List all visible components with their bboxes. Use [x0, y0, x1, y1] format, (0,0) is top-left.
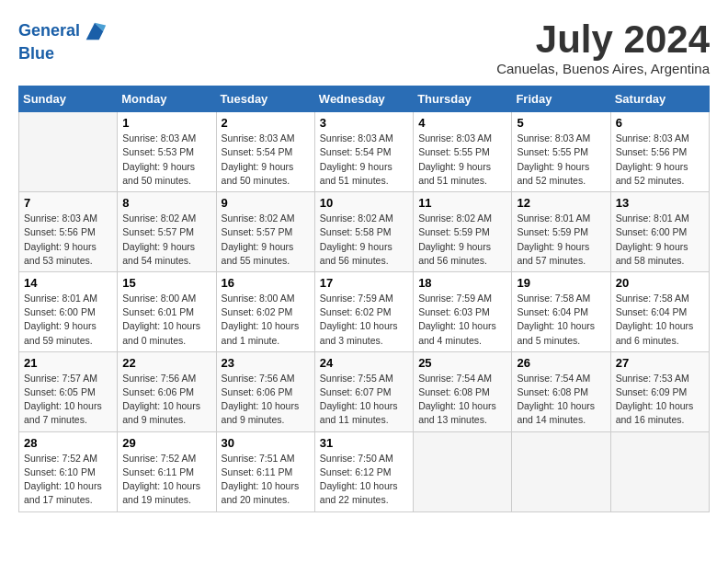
day-info: Sunrise: 7:58 AMSunset: 6:04 PMDaylight:… [517, 292, 605, 348]
week-row-1: 1Sunrise: 8:03 AMSunset: 5:53 PMDaylight… [19, 112, 710, 192]
day-number: 4 [418, 116, 506, 130]
day-info: Sunrise: 8:03 AMSunset: 5:56 PMDaylight:… [24, 212, 112, 268]
calendar-cell [19, 112, 118, 192]
calendar-cell: 21Sunrise: 7:57 AMSunset: 6:05 PMDayligh… [19, 351, 118, 431]
day-number: 15 [122, 276, 210, 290]
calendar-cell: 10Sunrise: 8:02 AMSunset: 5:58 PMDayligh… [314, 192, 413, 272]
day-info: Sunrise: 7:56 AMSunset: 6:06 PMDaylight:… [122, 372, 210, 428]
weekday-wednesday: Wednesday [314, 86, 413, 112]
calendar-cell: 11Sunrise: 8:02 AMSunset: 5:59 PMDayligh… [414, 192, 512, 272]
week-row-2: 7Sunrise: 8:03 AMSunset: 5:56 PMDaylight… [19, 192, 710, 272]
day-number: 27 [616, 356, 704, 370]
day-number: 18 [418, 276, 506, 290]
day-info: Sunrise: 7:52 AMSunset: 6:10 PMDaylight:… [24, 452, 112, 508]
week-row-5: 28Sunrise: 7:52 AMSunset: 6:10 PMDayligh… [19, 431, 710, 511]
weekday-saturday: Saturday [610, 86, 709, 112]
calendar-cell: 30Sunrise: 7:51 AMSunset: 6:11 PMDayligh… [216, 431, 314, 511]
page-header: General Blue July 2024 Canuelas, Buenos … [18, 18, 710, 76]
weekday-monday: Monday [118, 86, 216, 112]
day-number: 30 [222, 436, 310, 450]
day-info: Sunrise: 8:00 AMSunset: 6:02 PMDaylight:… [222, 292, 310, 348]
weekday-header-row: SundayMondayTuesdayWednesdayThursdayFrid… [19, 86, 710, 112]
day-info: Sunrise: 8:03 AMSunset: 5:54 PMDaylight:… [222, 132, 310, 188]
calendar-cell: 2Sunrise: 8:03 AMSunset: 5:54 PMDaylight… [216, 112, 314, 192]
day-info: Sunrise: 7:52 AMSunset: 6:11 PMDaylight:… [122, 452, 210, 508]
calendar-cell: 20Sunrise: 7:58 AMSunset: 6:04 PMDayligh… [610, 271, 709, 351]
day-number: 8 [122, 196, 210, 210]
day-number: 9 [222, 196, 310, 210]
calendar-cell: 23Sunrise: 7:56 AMSunset: 6:06 PMDayligh… [216, 351, 314, 431]
day-number: 20 [616, 276, 704, 290]
calendar-cell: 25Sunrise: 7:54 AMSunset: 6:08 PMDayligh… [414, 351, 512, 431]
day-info: Sunrise: 8:02 AMSunset: 5:59 PMDaylight:… [418, 212, 506, 268]
day-number: 19 [517, 276, 605, 290]
calendar-cell: 26Sunrise: 7:54 AMSunset: 6:08 PMDayligh… [512, 351, 610, 431]
day-number: 14 [24, 276, 112, 290]
location-text: Canuelas, Buenos Aires, Argentina [496, 61, 710, 76]
day-number: 3 [320, 116, 408, 130]
day-info: Sunrise: 8:03 AMSunset: 5:53 PMDaylight:… [122, 132, 210, 188]
day-number: 1 [122, 116, 210, 130]
calendar-cell: 13Sunrise: 8:01 AMSunset: 6:00 PMDayligh… [610, 192, 709, 272]
day-info: Sunrise: 7:56 AMSunset: 6:06 PMDaylight:… [222, 372, 310, 428]
weekday-sunday: Sunday [19, 86, 118, 112]
logo: General Blue [18, 18, 108, 64]
calendar-cell: 1Sunrise: 8:03 AMSunset: 5:53 PMDaylight… [118, 112, 216, 192]
day-number: 2 [222, 116, 310, 130]
day-info: Sunrise: 8:03 AMSunset: 5:55 PMDaylight:… [418, 132, 506, 188]
calendar-cell: 17Sunrise: 7:59 AMSunset: 6:02 PMDayligh… [314, 271, 413, 351]
calendar-cell: 15Sunrise: 8:00 AMSunset: 6:01 PMDayligh… [118, 271, 216, 351]
day-info: Sunrise: 8:03 AMSunset: 5:54 PMDaylight:… [320, 132, 408, 188]
day-number: 13 [616, 196, 704, 210]
weekday-thursday: Thursday [414, 86, 512, 112]
day-number: 10 [320, 196, 408, 210]
calendar-cell: 16Sunrise: 8:00 AMSunset: 6:02 PMDayligh… [216, 271, 314, 351]
calendar-cell: 6Sunrise: 8:03 AMSunset: 5:56 PMDaylight… [610, 112, 709, 192]
calendar-cell: 28Sunrise: 7:52 AMSunset: 6:10 PMDayligh… [19, 431, 118, 511]
day-info: Sunrise: 8:03 AMSunset: 5:56 PMDaylight:… [616, 132, 704, 188]
day-number: 21 [24, 356, 112, 370]
day-info: Sunrise: 8:01 AMSunset: 5:59 PMDaylight:… [517, 212, 605, 268]
day-number: 31 [320, 436, 408, 450]
calendar-cell: 24Sunrise: 7:55 AMSunset: 6:07 PMDayligh… [314, 351, 413, 431]
calendar-cell: 8Sunrise: 8:02 AMSunset: 5:57 PMDaylight… [118, 192, 216, 272]
calendar-cell: 22Sunrise: 7:56 AMSunset: 6:06 PMDayligh… [118, 351, 216, 431]
week-row-3: 14Sunrise: 8:01 AMSunset: 6:00 PMDayligh… [19, 271, 710, 351]
day-info: Sunrise: 8:01 AMSunset: 6:00 PMDaylight:… [24, 292, 112, 348]
day-number: 23 [222, 356, 310, 370]
day-number: 16 [222, 276, 310, 290]
title-block: July 2024 Canuelas, Buenos Aires, Argent… [496, 18, 710, 76]
day-info: Sunrise: 8:03 AMSunset: 5:55 PMDaylight:… [517, 132, 605, 188]
calendar-cell: 31Sunrise: 7:50 AMSunset: 6:12 PMDayligh… [314, 431, 413, 511]
calendar-table: SundayMondayTuesdayWednesdayThursdayFrid… [18, 86, 710, 511]
calendar-cell: 4Sunrise: 8:03 AMSunset: 5:55 PMDaylight… [414, 112, 512, 192]
day-info: Sunrise: 8:02 AMSunset: 5:57 PMDaylight:… [122, 212, 210, 268]
calendar-cell: 7Sunrise: 8:03 AMSunset: 5:56 PMDaylight… [19, 192, 118, 272]
day-info: Sunrise: 7:53 AMSunset: 6:09 PMDaylight:… [616, 372, 704, 428]
day-info: Sunrise: 7:59 AMSunset: 6:03 PMDaylight:… [418, 292, 506, 348]
day-number: 5 [517, 116, 605, 130]
calendar-body: 1Sunrise: 8:03 AMSunset: 5:53 PMDaylight… [19, 112, 710, 511]
weekday-friday: Friday [512, 86, 610, 112]
calendar-cell: 5Sunrise: 8:03 AMSunset: 5:55 PMDaylight… [512, 112, 610, 192]
day-number: 7 [24, 196, 112, 210]
calendar-cell: 19Sunrise: 7:58 AMSunset: 6:04 PMDayligh… [512, 271, 610, 351]
logo-text: General [18, 18, 108, 44]
day-info: Sunrise: 8:02 AMSunset: 5:58 PMDaylight:… [320, 212, 408, 268]
day-number: 12 [517, 196, 605, 210]
calendar-cell: 9Sunrise: 8:02 AMSunset: 5:57 PMDaylight… [216, 192, 314, 272]
calendar-cell [512, 431, 610, 511]
calendar-cell: 18Sunrise: 7:59 AMSunset: 6:03 PMDayligh… [414, 271, 512, 351]
month-year-title: July 2024 [496, 18, 710, 61]
day-info: Sunrise: 8:01 AMSunset: 6:00 PMDaylight:… [616, 212, 704, 268]
logo-blue-text: Blue [18, 44, 108, 64]
day-info: Sunrise: 7:54 AMSunset: 6:08 PMDaylight:… [418, 372, 506, 428]
calendar-cell: 27Sunrise: 7:53 AMSunset: 6:09 PMDayligh… [610, 351, 709, 431]
day-number: 22 [122, 356, 210, 370]
calendar-cell: 12Sunrise: 8:01 AMSunset: 5:59 PMDayligh… [512, 192, 610, 272]
weekday-tuesday: Tuesday [216, 86, 314, 112]
day-info: Sunrise: 7:59 AMSunset: 6:02 PMDaylight:… [320, 292, 408, 348]
day-info: Sunrise: 8:00 AMSunset: 6:01 PMDaylight:… [122, 292, 210, 348]
day-number: 24 [320, 356, 408, 370]
day-number: 26 [517, 356, 605, 370]
